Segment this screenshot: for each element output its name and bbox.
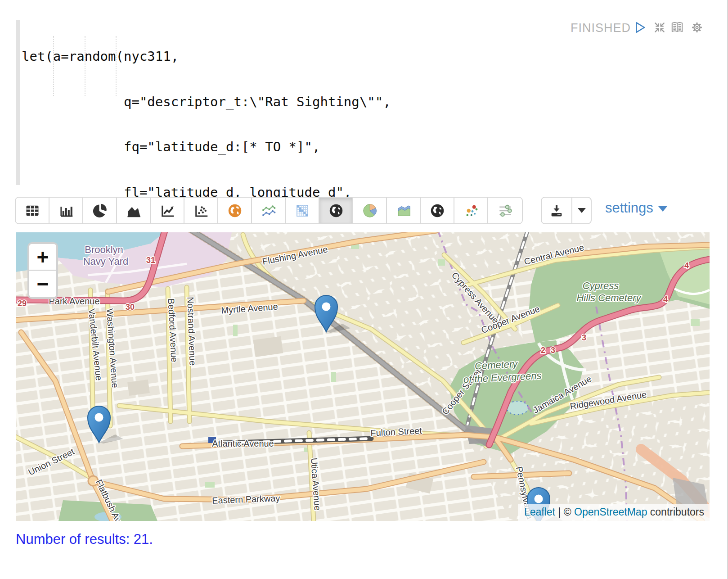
svg-text:29: 29 [18,299,27,308]
indent-guide [53,36,54,96]
viz-button-pie-colored[interactable] [353,198,387,223]
svg-text:Atlantic Avenue: Atlantic Avenue [212,439,274,448]
attribution-separator: | [558,506,561,518]
viz-button-scatter-colored[interactable] [454,198,488,223]
map-zoom-control: + − [27,242,58,299]
copyright-symbol: © [564,506,571,518]
sliders-icon [497,203,513,219]
editor-scrollbar[interactable] [16,20,20,185]
leaflet-link[interactable]: Leaflet [524,506,555,518]
settings-label: settings [605,200,653,216]
pie-chart-icon [92,203,108,219]
viz-button-pie-chart[interactable] [83,198,117,223]
openstreetmap-link[interactable]: OpenStreetMap [574,506,647,518]
zoom-in-button[interactable]: + [29,244,56,271]
svg-text:Cypress: Cypress [583,280,619,291]
viz-button-globe-map-2[interactable] [421,198,454,223]
svg-text:4: 4 [663,295,668,304]
svg-text:2: 2 [541,346,545,355]
svg-text:Brooklyn: Brooklyn [85,244,123,255]
svg-text:31: 31 [146,256,155,265]
paragraph-status: FINISHED [571,21,631,35]
area-colored-icon [395,203,412,219]
svg-text:3: 3 [551,346,555,355]
bar-chart-icon [58,203,74,219]
caret-down-icon [578,208,586,213]
download-options-caret[interactable] [572,198,591,223]
download-icon [549,203,564,218]
zoom-out-button[interactable]: − [29,271,56,297]
map-canvas: 29 30 31 2 3 3 4 4 Brooklyn Navy Yard Pa… [16,232,710,521]
scatter-colored-icon [463,203,479,219]
code-line: let(a=random(nyc311, [22,49,414,64]
area-chart-icon [126,203,142,219]
run-paragraph-icon[interactable] [633,20,647,35]
svg-text:30: 30 [126,303,135,312]
table-icon [24,203,40,219]
scatter-chart-icon [193,203,209,219]
pie-colored-icon [362,203,378,219]
viz-button-area-chart[interactable] [117,198,151,223]
viz-button-sliders[interactable] [488,198,522,223]
settings-dropdown[interactable]: settings [605,200,667,216]
svg-text:Cemetery: Cemetery [474,358,519,371]
viz-button-multi-line[interactable] [252,198,286,223]
line-chart-icon [159,203,175,219]
download-button[interactable] [542,198,572,223]
globe-orange-icon [227,203,243,219]
svg-text:3: 3 [582,333,586,342]
viz-button-line-chart[interactable] [151,198,184,223]
collapse-output-icon[interactable] [652,20,667,35]
svg-text:Navy Yard: Navy Yard [83,256,129,267]
code-line: q="descriptor_t:\"Rat Sighting\"", [22,95,414,110]
paragraph-settings-gear-icon[interactable] [690,20,704,35]
globe-map-icon [328,203,344,219]
show-editor-book-icon[interactable] [670,20,684,35]
code-line: fq="latitude_d:[* TO *]", [22,140,414,155]
viz-button-bar-chart[interactable] [49,198,83,223]
indent-guide [116,36,117,96]
zeppelin-paragraph: let(a=random(nyc311, q="descriptor_t:\"R… [0,0,728,579]
contributors-text: contributors [650,506,704,518]
svg-text:Hills Cemetery: Hills Cemetery [576,292,642,303]
map-attribution: Leaflet | © OpenStreetMap contributors [518,504,710,521]
viz-button-matrix[interactable] [286,198,319,223]
viz-button-table[interactable] [16,198,49,223]
download-split-button [541,197,592,224]
viz-button-globe-orange[interactable] [218,198,252,223]
multi-line-chart-icon [261,203,277,219]
matrix-icon [294,203,310,219]
viz-button-globe-map[interactable] [319,198,353,223]
result-count-text: Number of results: 21. [16,531,153,547]
viz-type-toolbar [15,197,523,224]
viz-button-area-colored[interactable] [387,198,421,223]
viz-button-scatter-chart[interactable] [184,198,218,223]
indent-guide [85,36,85,96]
globe-map-2-icon [429,203,445,219]
svg-text:4: 4 [684,261,689,270]
settings-caret-icon [658,206,667,212]
leaflet-map[interactable]: 29 30 31 2 3 3 4 4 Brooklyn Navy Yard Pa… [16,232,710,521]
